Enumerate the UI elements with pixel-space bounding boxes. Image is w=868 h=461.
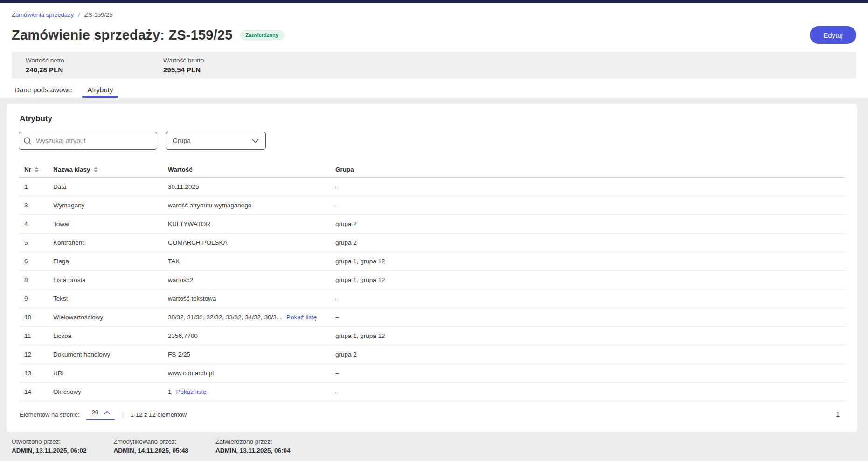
- cell-grupa: –: [335, 370, 845, 377]
- table-header: Nr Nazwa klasy Wartość: [19, 162, 845, 178]
- modified-by-label: Zmodyfikowano przez:: [114, 438, 216, 446]
- cell-nazwa-klasy: Dokument handlowy: [53, 351, 168, 358]
- cell-nr: 3: [19, 202, 53, 209]
- attribute-value: TAK: [168, 258, 180, 265]
- cell-nazwa-klasy: Wymagany: [53, 202, 168, 209]
- column-header-nr-label: Nr: [24, 166, 31, 173]
- cell-grupa: grupa 2: [335, 239, 845, 246]
- column-header-nr[interactable]: Nr: [19, 166, 53, 173]
- summary-net-label: Wartość netto: [26, 56, 163, 64]
- breadcrumb-current: ZS-159/25: [84, 11, 113, 18]
- cell-wartosc: TAK: [168, 258, 335, 265]
- items-per-page-label: Elementów na stronie:: [20, 411, 80, 418]
- cell-nr: 11: [19, 332, 53, 339]
- cell-wartosc: www.comarch.pl: [168, 370, 335, 377]
- breadcrumb: Zamówienia sprzedaży / ZS-159/25: [12, 11, 856, 19]
- page: Zamówienia sprzedaży / ZS-159/25 Zamówie…: [0, 0, 868, 461]
- column-header-wartosc-label: Wartość: [168, 166, 193, 173]
- group-filter-label: Grupa: [173, 137, 252, 144]
- search-input[interactable]: [36, 137, 152, 144]
- table-row: 14Okresowy1Pokaż listę–: [19, 383, 845, 401]
- cell-nr: 13: [19, 370, 53, 377]
- cell-wartosc: KULTYWATOR: [168, 220, 335, 227]
- cell-wartosc: 30.11.2025: [168, 183, 335, 190]
- cell-grupa: –: [335, 314, 845, 321]
- summary-gross-value: Wartość brutto 295,54 PLN: [163, 56, 301, 74]
- column-header-wartosc: Wartość: [168, 166, 335, 173]
- tab-dane-podstawowe-label: Dane podstawowe: [14, 86, 72, 94]
- cell-wartosc: FS-2/25: [168, 351, 335, 358]
- cell-nazwa-klasy: Towar: [53, 220, 168, 227]
- show-list-link[interactable]: Pokaż listę: [176, 388, 207, 395]
- sort-icon: [94, 167, 98, 172]
- summary-gross-amount: 295,54 PLN: [163, 65, 301, 74]
- cell-nr: 8: [19, 276, 53, 283]
- attribute-value: FS-2/25: [168, 351, 190, 358]
- cell-nazwa-klasy: Data: [53, 183, 168, 190]
- cell-nazwa-klasy: Tekst: [53, 295, 168, 302]
- edit-button[interactable]: Edytuj: [810, 26, 856, 44]
- attribute-value: warość atrybutu wymaganego: [168, 202, 251, 209]
- column-header-grupa: Grupa: [335, 166, 845, 173]
- cell-nazwa-klasy: Lista prosta: [53, 276, 168, 283]
- cell-nazwa-klasy: Kontrahent: [53, 239, 168, 246]
- tab-atrybuty[interactable]: Atrybuty: [82, 86, 118, 98]
- breadcrumb-separator: /: [78, 11, 80, 18]
- attribute-value: www.comarch.pl: [168, 370, 214, 377]
- table-row: 11Liczba2356,7700grupa 1, grupa 12: [19, 327, 845, 345]
- table-controls: Grupa: [19, 132, 845, 150]
- group-filter-dropdown[interactable]: Grupa: [166, 132, 266, 150]
- attributes-card: Atrybuty Grupa Nr: [7, 104, 857, 432]
- attribute-value: 1: [168, 388, 172, 395]
- status-badge: Zatwierdzony: [240, 30, 284, 40]
- page-number-button[interactable]: 1: [836, 411, 840, 418]
- summary-bar: Wartość netto 240,28 PLN Wartość brutto …: [12, 52, 856, 79]
- cell-nr: 6: [19, 258, 53, 265]
- attributes-card-title: Atrybuty: [20, 114, 845, 124]
- table-row: 10Wielowartościowy30/32, 31/32, 32/32, 3…: [19, 308, 845, 327]
- content-section: Atrybuty Grupa Nr: [0, 98, 868, 461]
- cell-wartosc: COMARCH POLSKA: [168, 239, 335, 246]
- chevron-down-icon: [252, 139, 259, 143]
- cell-nazwa-klasy: Flaga: [53, 258, 168, 265]
- created-by-value: ADMIN, 13.11.2025, 06:02: [12, 447, 114, 454]
- summary-gross-label: Wartość brutto: [163, 56, 301, 64]
- attribute-value: wartość2: [168, 276, 193, 283]
- active-tab-underline: [82, 96, 118, 98]
- items-per-page-value: 20: [92, 409, 98, 416]
- tab-atrybuty-label: Atrybuty: [87, 86, 113, 94]
- attribute-value: 2356,7700: [168, 332, 198, 339]
- table-row: 9Tekstwartość tekstowa–: [19, 289, 845, 308]
- page-header-section: Zamówienia sprzedaży / ZS-159/25 Zamówie…: [0, 3, 868, 98]
- table-row: 12Dokument handlowyFS-2/25grupa 2: [19, 345, 845, 364]
- items-per-page-selector[interactable]: 20: [86, 409, 115, 420]
- cell-wartosc: wartość2: [168, 276, 335, 283]
- approved-by-label: Zatwierdzono przez:: [215, 438, 318, 446]
- summary-net-value: Wartość netto 240,28 PLN: [26, 56, 163, 74]
- table-row: 13URLwww.comarch.pl–: [19, 364, 845, 383]
- attribute-value: 30.11.2025: [168, 183, 199, 190]
- page-title: Zamówienie sprzedaży: ZS-159/25: [12, 28, 233, 43]
- created-by-label: Utworzono przez:: [12, 438, 114, 446]
- cell-wartosc: 1Pokaż listę: [168, 388, 335, 395]
- attribute-search: [19, 132, 157, 150]
- tab-dane-podstawowe[interactable]: Dane podstawowe: [12, 86, 77, 98]
- cell-nr: 9: [19, 295, 53, 302]
- attributes-table-body: 1Data30.11.2025–3Wymaganywarość atrybutu…: [19, 178, 845, 401]
- cell-grupa: –: [335, 183, 845, 190]
- table-row: 8Lista prostawartość2grupa 1, grupa 12: [19, 271, 845, 289]
- search-icon: [23, 137, 32, 145]
- breadcrumb-parent-link[interactable]: Zamówienia sprzedaży: [12, 11, 74, 18]
- cell-nazwa-klasy: Liczba: [53, 332, 168, 339]
- attribute-value: 30/32, 31/32, 32/32, 33/32, 34/32, 30/3.…: [168, 314, 282, 321]
- summary-net-amount: 240,28 PLN: [26, 65, 163, 74]
- show-list-link[interactable]: Pokaż listę: [286, 314, 317, 321]
- column-header-nazwa-klasy[interactable]: Nazwa klasy: [53, 166, 168, 173]
- approved-by-value: ADMIN, 13.11.2025, 06:04: [215, 447, 318, 454]
- modified-by-value: ADMIN, 14.11.2025, 05:48: [114, 447, 216, 454]
- cell-grupa: –: [335, 202, 845, 209]
- cell-grupa: grupa 2: [335, 220, 845, 227]
- sort-icon: [35, 167, 39, 172]
- table-row: 1Data30.11.2025–: [19, 178, 845, 196]
- cell-grupa: grupa 2: [335, 351, 845, 358]
